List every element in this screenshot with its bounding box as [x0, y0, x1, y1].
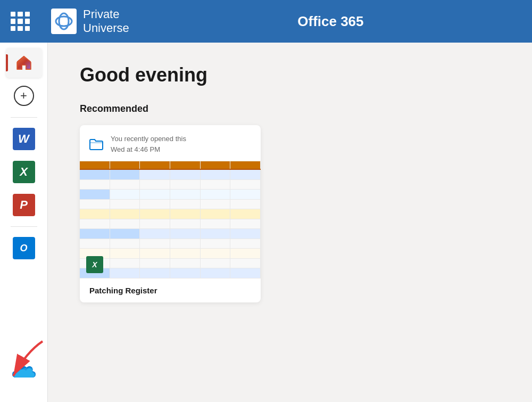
sheet-cell [140, 170, 170, 179]
sheet-cell [140, 249, 170, 258]
sheet-cell [201, 219, 231, 229]
sidebar-item-powerpoint[interactable]: P [6, 190, 42, 220]
sheet-row [80, 229, 261, 239]
sidebar-item-create[interactable]: + [6, 81, 42, 111]
excel-icon: X [13, 161, 35, 183]
sheet-cell [170, 229, 201, 239]
sheet-cell [170, 209, 201, 219]
sheet-cell [230, 259, 261, 268]
excel-badge-icon: X [86, 256, 103, 273]
sheet-cell [140, 239, 170, 249]
sheet-cell [80, 219, 110, 229]
sidebar-item-onedrive[interactable] [6, 356, 42, 386]
waffle-dot [11, 19, 15, 23]
sheet-cell [110, 268, 140, 278]
sheet-cell [230, 219, 261, 229]
recently-opened-text: You recently opened this [111, 134, 186, 144]
sheet-cell [201, 259, 231, 268]
recommended-card[interactable]: You recently opened this Wed at 4:46 PM [80, 125, 261, 302]
waffle-dot [11, 12, 15, 17]
sheet-row [80, 190, 261, 200]
sheet-cell [230, 209, 261, 219]
waffle-dot [11, 26, 15, 31]
waffle-dot [25, 26, 30, 31]
waffle-dot [25, 12, 30, 17]
logo-svg [54, 12, 73, 31]
sheet-row [80, 259, 261, 269]
sheet-cell [110, 190, 140, 199]
sheet-cell [201, 180, 231, 190]
sheet-row [80, 180, 261, 190]
outlook-icon: O [13, 237, 35, 259]
sheet-cell [201, 249, 231, 258]
sheet-cell [110, 219, 140, 229]
card-header-text: You recently opened this Wed at 4:46 PM [111, 134, 186, 154]
sheet-cell [230, 180, 261, 190]
sidebar-item-excel[interactable]: X [6, 157, 42, 187]
sheet-cell [110, 180, 140, 190]
sheet-cell [80, 180, 110, 190]
sheet-cell [80, 209, 110, 219]
logo-icon [51, 9, 77, 34]
folder-icon [89, 138, 103, 150]
logo-line2: Universe [83, 21, 129, 35]
sheet-cell [80, 200, 110, 209]
sheet-cell [140, 229, 170, 239]
sheet-cell [170, 200, 201, 209]
card-file-name[interactable]: Patching Register [80, 278, 261, 302]
sheet-cell [140, 190, 170, 199]
waffle-dot [18, 12, 22, 17]
sheet-cell [170, 190, 201, 199]
waffle-dot [25, 19, 30, 23]
sheet-cell [140, 161, 170, 169]
waffle-dot [18, 19, 22, 23]
waffle-dot [18, 26, 22, 31]
recommended-section-title: Recommended [80, 103, 500, 114]
active-indicator [6, 54, 8, 71]
sheet-cell [230, 249, 261, 258]
logo-text: Private Universe [83, 7, 129, 36]
sheet-cell [110, 229, 140, 239]
word-icon: W [13, 128, 35, 150]
sheet-cell [110, 170, 140, 179]
sidebar-item-outlook[interactable]: O [6, 233, 42, 263]
sheet-cell [110, 161, 140, 169]
sheet-cell [230, 268, 261, 278]
sheet-row [80, 268, 261, 278]
sheet-cell [230, 161, 261, 169]
sheet-row [80, 161, 261, 170]
sheet-cell [110, 259, 140, 268]
sidebar-item-word[interactable]: W [6, 124, 42, 154]
sheet-cell [230, 200, 261, 209]
waffle-menu-button[interactable] [11, 12, 30, 31]
header-bar: Private Universe Office 365 [0, 0, 532, 43]
sheet-cell [170, 170, 201, 179]
logo-line1: Private [83, 7, 129, 21]
sheet-row [80, 200, 261, 210]
main-layout: + W X P O [0, 43, 532, 402]
plus-icon: + [14, 86, 34, 106]
sheet-cell [170, 239, 201, 249]
sheet-cell [80, 229, 110, 239]
card-header: You recently opened this Wed at 4:46 PM [80, 125, 261, 161]
sheet-cell [80, 170, 110, 179]
sheet-cell [201, 190, 231, 199]
sheet-cell [230, 239, 261, 249]
sheet-row [80, 170, 261, 180]
sheet-cell [140, 209, 170, 219]
sidebar-divider [11, 117, 37, 118]
greeting-text: Good evening [80, 64, 500, 86]
sidebar: + W X P O [0, 43, 48, 402]
sheet-cell [140, 180, 170, 190]
sheet-cell [110, 209, 140, 219]
sheet-cell [170, 219, 201, 229]
sheet-cell [201, 170, 231, 179]
sheet-row [80, 219, 261, 229]
sidebar-item-home[interactable] [6, 48, 42, 78]
sheet-cell [80, 239, 110, 249]
sheet-cell [201, 229, 231, 239]
sheet-cell [140, 268, 170, 278]
sheet-cell [80, 161, 110, 169]
sheet-cell [230, 229, 261, 239]
header-logo: Private Universe [51, 7, 129, 36]
